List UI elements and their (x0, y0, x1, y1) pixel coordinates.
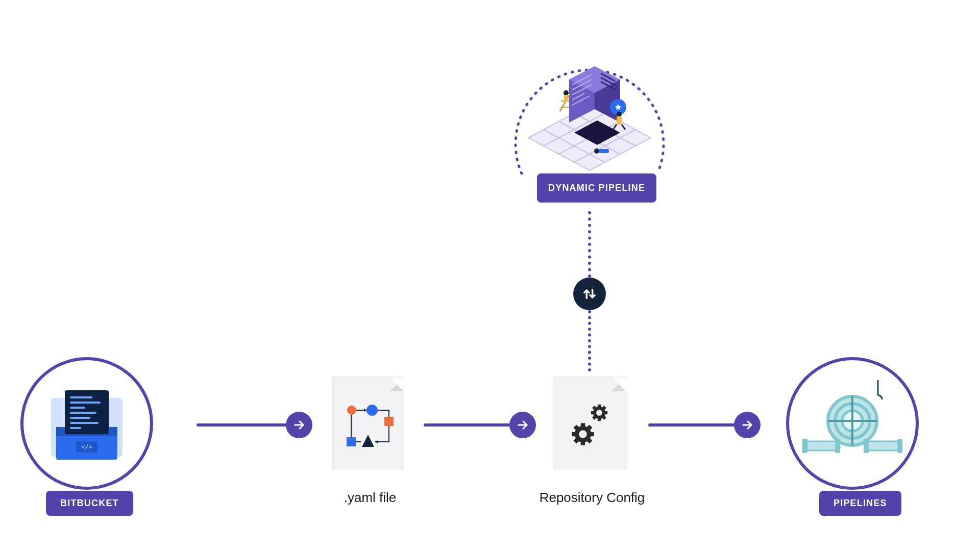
yaml-label-text: .yaml file (344, 490, 397, 505)
svg-rect-15 (384, 417, 394, 426)
svg-text:</>: </> (81, 443, 92, 450)
svg-rect-7 (70, 412, 96, 414)
svg-rect-5 (70, 402, 101, 404)
svg-point-26 (577, 428, 589, 440)
pipelines-node (786, 357, 919, 490)
svg-rect-8 (70, 417, 90, 419)
bitbucket-node: </> (20, 357, 153, 490)
svg-rect-43 (865, 441, 901, 450)
svg-point-62 (617, 112, 622, 117)
yaml-label: .yaml file (337, 490, 403, 506)
svg-line-31 (575, 426, 577, 429)
repo-config-label-text: Repository Config (540, 490, 645, 505)
svg-rect-6 (70, 407, 85, 409)
yaml-file-icon (332, 377, 404, 469)
pipelines-icon (801, 378, 903, 469)
arrow-repo-to-pipelines (648, 423, 735, 427)
bitbucket-label-badge: BITBUCKET (46, 491, 133, 516)
pipelines-label-badge: PIPELINES (819, 491, 901, 516)
arrow-circle-2 (509, 412, 536, 438)
svg-rect-10 (70, 427, 81, 429)
svg-rect-16 (347, 437, 356, 446)
svg-point-67 (594, 148, 599, 154)
dotted-connector-bottom (588, 310, 591, 371)
repo-config-label: Repository Config (528, 490, 656, 506)
svg-line-23 (603, 417, 605, 419)
svg-point-17 (595, 408, 604, 417)
svg-point-14 (366, 405, 378, 416)
dynamic-pipeline-label: DYNAMIC PIPELINE (548, 183, 645, 193)
svg-rect-47 (897, 439, 902, 453)
svg-rect-42 (804, 441, 840, 450)
svg-line-24 (593, 417, 595, 419)
bitbucket-icon: </> (43, 380, 130, 467)
svg-point-13 (347, 406, 356, 415)
svg-line-32 (589, 440, 591, 442)
dynamic-pipeline-badge: DYNAMIC PIPELINE (537, 173, 656, 203)
svg-rect-44 (802, 439, 807, 453)
repo-config-icon (554, 377, 626, 469)
svg-rect-4 (70, 396, 92, 398)
svg-line-34 (589, 426, 591, 429)
svg-rect-66 (599, 149, 609, 153)
arrow-circle-1 (286, 412, 312, 438)
svg-rect-46 (864, 439, 869, 453)
svg-line-22 (593, 407, 595, 409)
arrow-yaml-to-repo (424, 423, 510, 427)
bitbucket-label-text: BITBUCKET (60, 498, 119, 508)
svg-rect-61 (564, 95, 568, 102)
dynamic-pipeline-illustration (518, 51, 661, 173)
svg-rect-9 (70, 422, 99, 424)
svg-line-25 (603, 407, 605, 409)
svg-rect-45 (835, 439, 840, 453)
dotted-connector-top (588, 211, 591, 278)
svg-line-33 (575, 440, 577, 442)
svg-point-60 (564, 90, 569, 95)
svg-rect-63 (617, 116, 622, 124)
arrow-circle-3 (734, 412, 761, 438)
arrow-bitbucket-to-yaml (197, 423, 288, 427)
bidirectional-icon (573, 278, 606, 310)
pipelines-label-text: PIPELINES (834, 498, 887, 508)
